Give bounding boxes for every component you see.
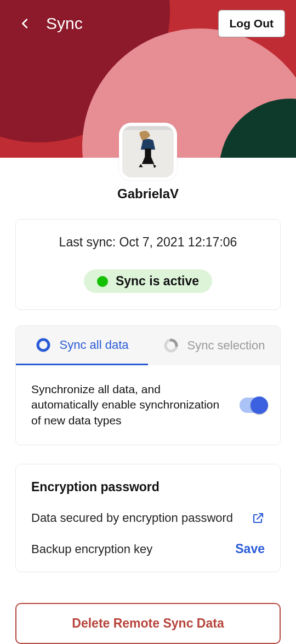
sync-mode-card: Sync all data Sync selection Synchronize… [15,325,281,445]
tab-sync-all[interactable]: Sync all data [16,326,148,365]
chevron-left-icon [19,18,31,30]
svg-point-3 [38,340,49,350]
svg-rect-1 [122,126,174,130]
save-button[interactable]: Save [235,542,265,556]
circle-icon [36,337,51,353]
encryption-card: Encryption password Data secured by encr… [15,464,281,572]
encryption-title: Encryption password [31,480,265,495]
sync-mode-tabs: Sync all data Sync selection [16,326,280,365]
avatar-image [122,126,174,177]
delete-remote-data-button[interactable]: Delete Remote Sync Data [15,603,281,644]
backup-key-label: Backup encryption key [31,542,152,556]
back-button[interactable] [15,14,35,33]
status-text: Sync is active [116,274,199,289]
encryption-secured-row[interactable]: Data secured by encryption password [31,511,265,525]
progress-circle-icon [163,338,179,353]
external-link-icon[interactable] [252,511,265,525]
status-badge: Sync is active [84,269,212,293]
sync-all-toggle[interactable] [240,398,267,413]
encryption-secured-label: Data secured by encryption password [31,511,233,525]
avatar[interactable] [119,123,177,181]
status-dot-icon [97,276,108,287]
backup-key-row: Backup encryption key Save [31,542,265,556]
svg-rect-2 [145,148,151,158]
page-title: Sync [46,14,218,33]
tab-sync-all-label: Sync all data [60,338,129,352]
sync-status-card: Last sync: Oct 7, 2021 12:17:06 Sync is … [15,219,281,310]
tab-sync-selection-label: Sync selection [187,338,265,353]
username: GabrielaV [0,186,296,202]
tab-sync-selection[interactable]: Sync selection [148,326,280,365]
sync-all-description: Synchronize all data, and automatically … [31,382,240,428]
logout-button[interactable]: Log Out [218,10,285,37]
last-sync-label: Last sync: Oct 7, 2021 12:17:06 [27,235,269,250]
